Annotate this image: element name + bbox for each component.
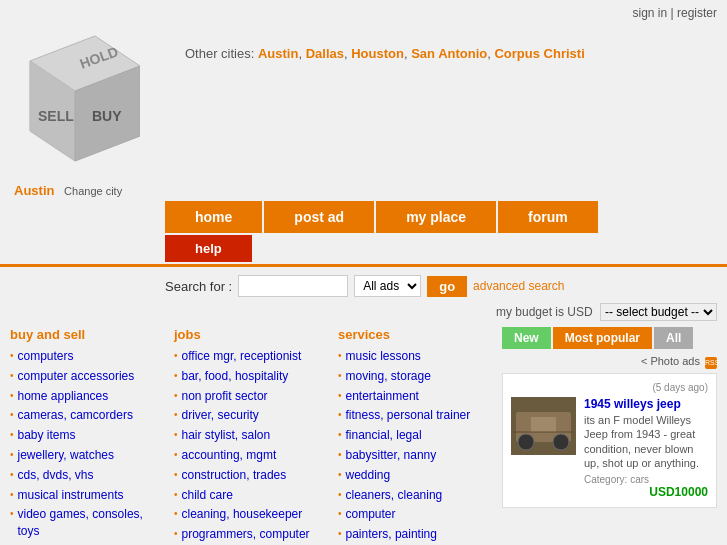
search-input[interactable] [238,275,348,297]
budget-select[interactable]: -- select budget -- [600,303,717,321]
help-nav-btn[interactable]: help [165,235,252,262]
svg-point-9 [518,434,534,450]
advanced-search-link[interactable]: advanced search [473,279,564,293]
city-san-antonio[interactable]: San Antonio [411,46,487,61]
logo-area: HOLD SELL BUY Austin Change city [10,31,165,191]
post-ad-nav-btn[interactable]: post ad [264,201,374,233]
ad-age: (5 days ago) [652,382,708,393]
list-item: •video games, consoles, toys [10,506,164,540]
svg-point-10 [553,434,569,450]
list-item: •fitness, personal trainer [338,407,492,424]
svg-text:BUY: BUY [92,108,122,124]
city-dallas[interactable]: Dallas [306,46,344,61]
list-item: •programmers, computer [174,526,328,543]
list-item: •computer [338,506,492,523]
city-austin[interactable]: Austin [258,46,298,61]
city-corpus-christi[interactable]: Corpus Christi [494,46,584,61]
signin-link[interactable]: sign in [633,6,668,20]
home-nav-btn[interactable]: home [165,201,262,233]
buy-sell-header: buy and sell [10,327,164,342]
search-label: Search for : [165,279,232,294]
jobs-section: jobs •office mgr, receptionist •bar, foo… [174,327,328,545]
svg-rect-11 [531,417,556,432]
logo-cube: HOLD SELL BUY [10,31,140,176]
top-bar: sign in | register [0,0,727,26]
other-cities: Other cities: Austin, Dallas, Houston, S… [185,46,717,61]
search-dropdown[interactable]: All ads [354,275,421,297]
all-tab-btn[interactable]: All [654,327,693,349]
list-item: •cameras, camcorders [10,407,164,424]
list-item: •financial, legal [338,427,492,444]
my-place-nav-btn[interactable]: my place [376,201,496,233]
ad-thumb-img [511,397,576,455]
list-item: •moving, storage [338,368,492,385]
register-link[interactable]: register [677,6,717,20]
ad-panel: New Most popular All < Photo ads RSS (5 … [502,327,717,545]
services-section: services •music lessons •moving, storage… [338,327,492,545]
list-item: •computer accessories [10,368,164,385]
ad-thumbnail [511,397,576,455]
buy-sell-section: buy and sell •computers •computer access… [10,327,164,545]
list-item: •music lessons [338,348,492,365]
list-item: •non profit sector [174,388,328,405]
new-tab-btn[interactable]: New [502,327,551,349]
list-item: •home appliances [10,388,164,405]
city-houston[interactable]: Houston [351,46,404,61]
list-item: •office mgr, receptionist [174,348,328,365]
go-button[interactable]: go [427,276,467,297]
list-item: •cleaning, housekeeper [174,506,328,523]
ad-card: (5 days ago) 1945 willeys jeep its an F [502,373,717,508]
svg-text:SELL: SELL [38,108,74,124]
change-city-link[interactable]: Change city [64,185,122,197]
list-item: •baby items [10,427,164,444]
list-item: •child care [174,487,328,504]
jobs-header: jobs [174,327,328,342]
services-header: services [338,327,492,342]
city-name: Austin [14,183,54,198]
list-item: •cds, dvds, vhs [10,467,164,484]
list-item: •accounting, mgmt [174,447,328,464]
ad-description: its an F model Willeys Jeep from 1943 - … [584,413,708,470]
budget-label: my budget is USD [496,305,593,319]
list-item: •entertainment [338,388,492,405]
other-cities-label: Other cities: [185,46,254,61]
ad-title-link[interactable]: 1945 willeys jeep [584,397,708,411]
list-item: •computers [10,348,164,365]
photo-ads-label: < Photo ads RSS [502,355,717,369]
list-item: •construction, trades [174,467,328,484]
list-item: •babysitter, nanny [338,447,492,464]
forum-nav-btn[interactable]: forum [498,201,598,233]
rss-icon: RSS [705,357,717,369]
ad-category: Category: cars [584,474,649,485]
list-item: •painters, painting [338,526,492,543]
list-item: •cleaners, cleaning [338,487,492,504]
list-item: •jewellery, watches [10,447,164,464]
list-item: •driver, security [174,407,328,424]
list-item: •wedding [338,467,492,484]
list-item: •bar, food, hospitality [174,368,328,385]
ad-price: USD10000 [649,485,708,499]
list-item: •hair stylist, salon [174,427,328,444]
popular-tab-btn[interactable]: Most popular [553,327,652,349]
list-item: •musical instruments [10,487,164,504]
